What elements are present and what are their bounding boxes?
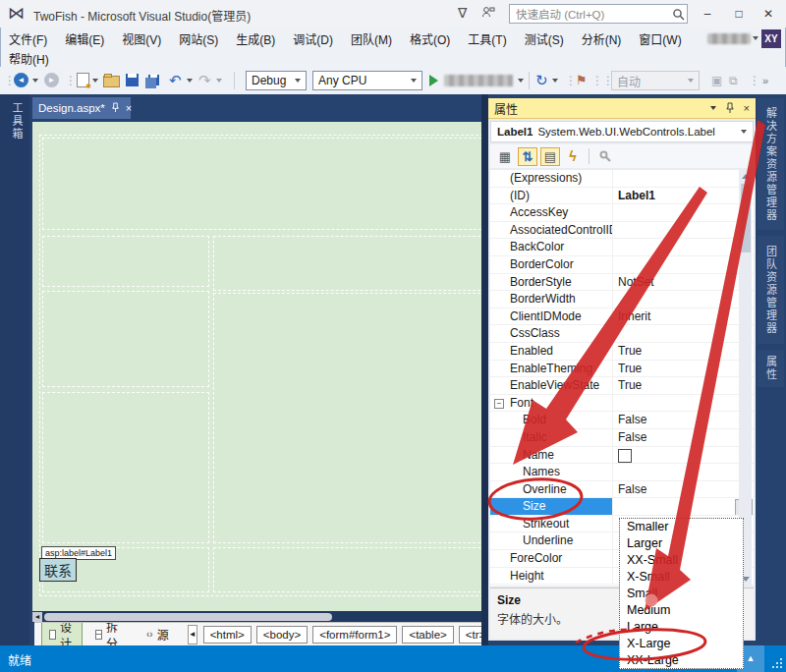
undo-icon[interactable]: ↶ (169, 72, 182, 89)
property-value[interactable] (612, 498, 754, 515)
close-button[interactable]: ✕ (757, 4, 780, 24)
pin-icon[interactable] (725, 102, 735, 114)
table-cell[interactable] (42, 291, 209, 387)
design-surface[interactable]: asp:label#Label1 联系 (32, 122, 481, 611)
font-size-option-xx-large[interactable]: XX-Large (620, 652, 743, 669)
menu-item[interactable]: 视图(V) (113, 30, 170, 47)
property-value[interactable] (612, 291, 754, 308)
property-row-bordercolor[interactable]: BorderColor (490, 256, 754, 274)
quick-launch-search-input[interactable]: 快速启动 (Ctrl+Q) (509, 4, 688, 24)
menu-item[interactable]: 调试(D) (284, 30, 342, 47)
font-size-option-x-large[interactable]: X-Large (620, 636, 743, 652)
table-cell[interactable] (213, 293, 481, 543)
property-value[interactable] (612, 447, 754, 464)
property-value[interactable] (612, 325, 754, 342)
new-file-icon[interactable] (77, 73, 89, 87)
collapse-expander-icon[interactable]: − (494, 399, 504, 409)
font-size-option-medium[interactable]: Medium (620, 602, 743, 619)
redo-caret-icon[interactable] (216, 79, 222, 83)
property-value[interactable] (612, 464, 754, 480)
user-avatar[interactable]: XY (761, 29, 781, 48)
property-row-font[interactable]: Font− (490, 395, 754, 413)
pin-icon[interactable] (111, 102, 120, 115)
search-icon[interactable] (672, 7, 685, 25)
property-row-size[interactable]: Size (490, 498, 754, 516)
menu-item[interactable]: 分析(N) (573, 30, 631, 47)
menu-item[interactable]: 窗口(W) (630, 30, 690, 47)
property-row-name[interactable]: Name (490, 447, 754, 465)
split-view-button[interactable]: 拆分 (88, 622, 128, 645)
property-row-associatedcontrolid[interactable]: AssociatedControlID (490, 222, 754, 240)
save-icon[interactable] (126, 74, 139, 86)
property-row-bold[interactable]: BoldFalse (490, 412, 754, 429)
property-value[interactable]: NotSet (612, 274, 754, 291)
tag-chip[interactable]: <body> (256, 626, 308, 644)
property-value[interactable] (612, 222, 754, 239)
property-value[interactable]: True (612, 361, 754, 377)
property-row-enabled[interactable]: EnabledTrue (490, 343, 754, 361)
property-row-italic[interactable]: ItalicFalse (490, 429, 754, 447)
scrollbar-thumb[interactable] (44, 613, 332, 621)
alphabetical-sort-icon[interactable]: ⇅ (518, 147, 537, 166)
property-value[interactable] (612, 256, 754, 273)
tag-chip[interactable]: <table> (402, 626, 453, 644)
solution-platforms-select[interactable]: Any CPU (312, 71, 422, 90)
property-value[interactable]: True (612, 377, 754, 394)
property-value[interactable]: False (612, 412, 754, 428)
property-value[interactable]: True (612, 343, 754, 360)
redo-icon[interactable]: ↷ (198, 72, 211, 89)
property-row-accesskey[interactable]: AccessKey (490, 204, 754, 222)
toolbox-tab[interactable]: 工具箱 (9, 102, 25, 140)
resize-grip-icon[interactable] (771, 657, 783, 669)
properties-caption-bar[interactable]: 属性 × (488, 98, 756, 119)
run-caret-icon[interactable] (518, 79, 524, 83)
table-cell[interactable] (42, 138, 481, 230)
open-file-icon[interactable] (103, 76, 120, 87)
maximize-button[interactable]: □ (727, 4, 751, 24)
right-tab-team-explorer[interactable]: 团队资源管理器 (758, 236, 784, 344)
refresh-caret-icon[interactable] (552, 79, 558, 83)
property-value[interactable]: False (612, 429, 754, 446)
table-cell[interactable] (213, 547, 481, 592)
document-tab-design-aspx[interactable]: Design.aspx* × (32, 97, 131, 119)
property-value[interactable] (612, 204, 754, 221)
tag-nav-back-icon[interactable]: ◄ (188, 625, 197, 644)
property-row-cssclass[interactable]: CssClass (490, 325, 754, 343)
menu-item[interactable]: 生成(B) (227, 30, 284, 47)
menu-item[interactable]: 测试(S) (516, 30, 573, 47)
property-value[interactable] (612, 239, 754, 255)
new-file-caret-icon[interactable] (92, 79, 98, 83)
right-tab-solution-explorer[interactable]: 解决方案资源管理器 (758, 98, 784, 230)
property-row-backcolor[interactable]: BackColor (490, 239, 754, 256)
navigate-forward-icon[interactable]: ► (44, 73, 59, 87)
property-pages-icon[interactable]: ▤ (540, 147, 560, 166)
start-debugging-icon[interactable] (429, 75, 438, 86)
property-row-overline[interactable]: OverlineFalse (490, 481, 754, 499)
property-row-clientidmode[interactable]: ClientIDModeInherit (490, 308, 754, 326)
property-row-names[interactable]: Names (490, 464, 754, 481)
property-row-borderstyle[interactable]: BorderStyleNotSet (490, 274, 754, 292)
tag-chip[interactable]: <html> (203, 626, 252, 644)
toolbar-overflow-chevron-icon[interactable]: » (762, 75, 768, 86)
events-icon[interactable]: ϟ (563, 147, 583, 166)
menu-item[interactable]: 编辑(E) (56, 30, 113, 47)
table-cell[interactable] (42, 392, 209, 543)
user-dropdown-caret-icon[interactable] (753, 36, 758, 40)
property-row-enabletheming[interactable]: EnableThemingTrue (490, 361, 754, 378)
table-cell[interactable] (42, 236, 209, 287)
window-position-caret-icon[interactable] (710, 106, 716, 110)
navigate-back-icon[interactable]: ◄ (14, 73, 28, 87)
solution-configurations-select[interactable]: Debug (246, 71, 307, 90)
font-size-option-large[interactable]: Large (620, 619, 743, 636)
table-cell[interactable] (213, 236, 481, 291)
font-size-option-xx-small[interactable]: XX-Small (620, 552, 743, 569)
property-row-expressions[interactable]: (Expressions) (490, 170, 754, 188)
menu-item[interactable]: 文件(F) (0, 30, 56, 47)
close-icon[interactable]: × (126, 102, 132, 114)
scroll-left-icon[interactable]: ◄ (32, 612, 42, 622)
name-checkbox[interactable] (618, 449, 632, 463)
font-size-option-smaller[interactable]: Smaller (620, 519, 743, 535)
refresh-icon[interactable]: ↻ (535, 72, 548, 89)
property-value[interactable] (612, 395, 754, 412)
close-icon[interactable]: × (744, 102, 750, 114)
